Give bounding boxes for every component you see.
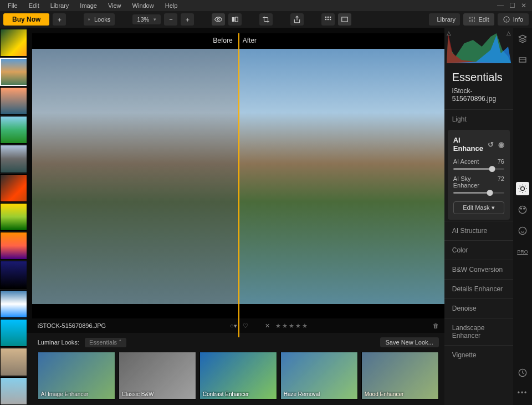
thumbnail[interactable]	[0, 29, 27, 57]
section-ai-enhance[interactable]: AI Enhance ↺ ◉ AI Accent76 AI Sky Enhanc…	[448, 130, 510, 220]
clipping-warning-shadows-icon[interactable]: △	[447, 30, 451, 36]
menu-help[interactable]: Help	[160, 2, 183, 9]
more-icon[interactable]: •••	[516, 386, 529, 399]
compare-icon	[231, 16, 239, 23]
zoom-in-button[interactable]: ＋	[181, 13, 194, 26]
crop-button[interactable]	[259, 13, 273, 26]
trash-icon[interactable]: 🗑	[433, 322, 439, 329]
reset-icon[interactable]: ↺	[488, 140, 494, 149]
thumbnail[interactable]	[0, 377, 27, 405]
essentials-tab-icon[interactable]	[516, 182, 529, 195]
look-preset[interactable]: AI Image Enhancer	[38, 352, 115, 399]
before-label: Before	[213, 37, 232, 44]
thumbnail[interactable]	[0, 348, 27, 376]
tab-library[interactable]: Library	[429, 13, 460, 26]
thumbnail[interactable]	[0, 58, 27, 85]
zoom-out-button[interactable]: −	[164, 13, 177, 26]
titlebar: File Edit Library Image View Window Help…	[0, 0, 532, 11]
svg-point-26	[521, 187, 525, 191]
menu-library[interactable]: Library	[45, 2, 75, 9]
zoom-dropdown[interactable]: 13%▾	[132, 14, 161, 24]
edit-mask-button[interactable]: Edit Mask ▾	[453, 201, 504, 214]
looks-panel: Luminar Looks: Essentials ˄ Save New Loo…	[27, 333, 444, 405]
look-preset[interactable]: Haze Removal	[280, 352, 358, 399]
minimize-icon[interactable]: —	[497, 2, 504, 9]
tab-edit[interactable]: Edit	[463, 13, 494, 26]
clipping-warning-highlights-icon[interactable]: △	[507, 30, 511, 36]
menu-view[interactable]: View	[103, 2, 127, 9]
section-landscape-enhancer[interactable]: Landscape Enhancer	[444, 318, 513, 345]
save-new-look-button[interactable]: Save New Look...	[380, 337, 439, 347]
export-button[interactable]	[290, 13, 304, 26]
svg-rect-6	[328, 17, 329, 18]
thumbnail[interactable]	[0, 232, 27, 260]
svg-line-29	[520, 186, 520, 186]
history-tab-icon[interactable]	[516, 366, 529, 379]
flag-icon[interactable]: ○▾	[230, 322, 237, 330]
slider-ai-accent[interactable]: AI Accent76	[453, 158, 504, 170]
section-ai-structure[interactable]: AI Structure	[444, 221, 513, 240]
workspace-tabs: PRO •••	[513, 28, 532, 405]
info-icon	[503, 16, 510, 23]
looks-icon	[88, 16, 91, 23]
close-icon[interactable]: ✕	[521, 2, 526, 9]
layers-tab-icon[interactable]	[516, 32, 529, 45]
image-canvas[interactable]	[32, 49, 444, 304]
thumbnail[interactable]	[0, 174, 27, 202]
add-button[interactable]: ＋	[53, 13, 66, 26]
look-preset[interactable]: Classic B&W	[119, 352, 196, 399]
section-color[interactable]: Color	[444, 240, 513, 260]
svg-line-30	[525, 191, 525, 191]
histogram[interactable]: △ △	[447, 30, 511, 63]
maximize-icon[interactable]: ☐	[509, 2, 515, 9]
preview-toggle[interactable]	[212, 13, 225, 26]
compare-toggle[interactable]	[228, 13, 242, 26]
slider-ai-sky-enhancer[interactable]: AI Sky Enhancer72	[453, 175, 504, 194]
section-denoise[interactable]: Denoise	[444, 298, 513, 318]
svg-point-1	[218, 18, 220, 21]
panel-filename: iStock-515670896.jpg	[444, 87, 513, 109]
menu-window[interactable]: Window	[127, 2, 160, 9]
toolbar: Buy Now ＋ Looks 13%▾ − ＋ Library Edit In…	[0, 11, 532, 28]
section-bw-conversion[interactable]: B&W Conversion	[444, 260, 513, 279]
thumbnail[interactable]	[0, 87, 27, 115]
thumbnail[interactable]	[0, 145, 27, 173]
portrait-tab-icon[interactable]	[516, 224, 529, 237]
section-vignette[interactable]: Vignette	[444, 345, 513, 364]
rating-stars[interactable]: ★★★★★	[275, 322, 309, 330]
svg-rect-11	[342, 17, 348, 22]
svg-rect-9	[328, 19, 329, 20]
buy-now-button[interactable]: Buy Now	[3, 13, 49, 26]
heart-icon[interactable]: ♡	[243, 322, 248, 330]
section-details-enhancer[interactable]: Details Enhancer	[444, 279, 513, 298]
thumbnail[interactable]	[0, 290, 27, 318]
grid-view-button[interactable]	[321, 13, 335, 26]
creative-tab-icon[interactable]	[516, 203, 529, 216]
menu-image[interactable]: Image	[74, 2, 103, 9]
comparison-view[interactable]: Before After	[32, 33, 444, 318]
thumbnail[interactable]	[0, 203, 27, 231]
section-light[interactable]: Light	[444, 109, 513, 129]
looks-button[interactable]: Looks	[84, 13, 115, 26]
reject-icon[interactable]: ✕	[265, 322, 270, 330]
visibility-toggle-icon[interactable]: ◉	[498, 140, 504, 149]
svg-rect-24	[519, 58, 526, 62]
menu-file[interactable]: File	[2, 2, 23, 9]
tab-info[interactable]: Info	[498, 13, 529, 26]
pro-tab[interactable]: PRO	[516, 245, 529, 259]
menu-edit[interactable]: Edit	[23, 2, 45, 9]
look-preset[interactable]: Mood Enhancer	[361, 352, 439, 399]
canvas-tab-icon[interactable]	[516, 53, 529, 67]
filmstrip	[0, 28, 27, 405]
filename-label: iSTOCK-515670896.JPG	[38, 322, 106, 329]
single-view-button[interactable]	[338, 13, 351, 26]
thumbnail[interactable]	[0, 116, 27, 144]
looks-row: AI Image Enhancer Classic B&W Contrast E…	[38, 352, 439, 399]
thumbnail[interactable]	[0, 261, 27, 288]
thumbnail[interactable]	[0, 319, 27, 347]
looks-category[interactable]: Essentials ˄	[85, 338, 126, 347]
svg-rect-10	[330, 19, 331, 20]
look-preset[interactable]: Contrast Enhancer	[200, 352, 277, 399]
svg-rect-2	[232, 17, 235, 22]
sliders-icon	[469, 16, 475, 23]
